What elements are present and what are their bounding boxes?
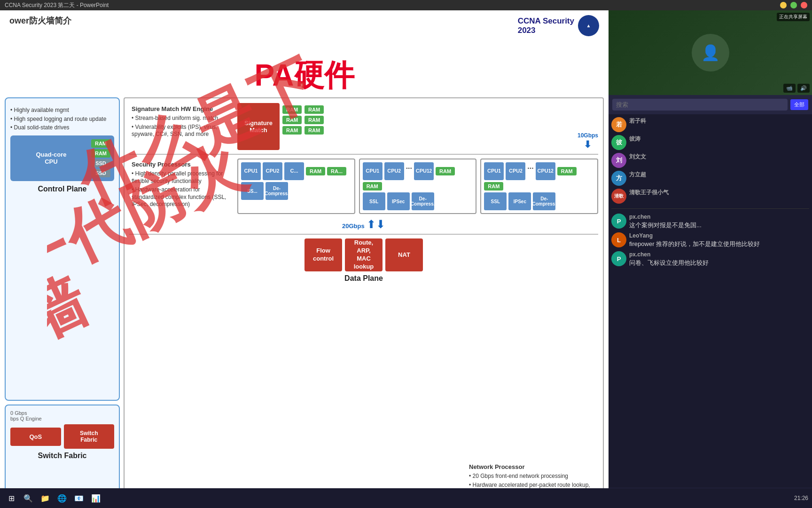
gbps-label-1: 0 Gbps xyxy=(10,410,114,416)
dp-nat: NAT xyxy=(385,238,423,271)
dp-route-arp: Route,ARP,MAClookup xyxy=(345,238,383,271)
avatar-comment-1: P xyxy=(611,214,626,229)
chat-comment-2: L LeoYang firepower 推荐的好说，加不是建立使用他比较好 xyxy=(611,232,809,248)
chat-item-1: 若 若子科 xyxy=(611,117,809,132)
switch-fabric-title: Switch Fabric xyxy=(10,452,114,460)
username-2: 彼涛 xyxy=(629,135,809,143)
email-taskbar[interactable]: 📧 xyxy=(71,491,86,506)
control-plane-title: Control Plane xyxy=(10,185,114,193)
chat-item-3: 刘 刘文文 xyxy=(611,153,809,168)
window-controls[interactable] xyxy=(780,2,807,8)
cpu-1-2: CPU2 xyxy=(263,162,282,180)
control-plane-box: Highly available mgmt High speed logging… xyxy=(5,97,120,401)
data-plane-row: Flowcontrol Route,ARP,MAClookup NAT Data… xyxy=(129,238,598,286)
gbps-10-label: 10Gbps ⬇ xyxy=(578,103,598,150)
net-proc-title: Network Processor xyxy=(469,463,601,470)
video-controls[interactable]: 📹 🔊 xyxy=(783,84,810,93)
file-explorer-taskbar[interactable]: 📁 xyxy=(38,491,53,506)
sig-match-section: Signature Match HW Engine Stream-based u… xyxy=(129,103,598,150)
cluster-1: CPU1 CPU2 C... RAM RA... SS... De-Compre… xyxy=(237,159,355,214)
cp-bullet-1: Highly available mgmt xyxy=(10,107,114,114)
chat-content-c2: LeoYang firepower 推荐的好说，加不是建立使用他比较好 xyxy=(629,232,809,248)
ppt-taskbar[interactable]: 📊 xyxy=(88,491,103,506)
right-sidebar: 👤 正在共享屏幕 📹 🔊 全部 若 若子科 彼 彼涛 刘 xyxy=(609,10,812,508)
cluster-1-bottom: SS... De-Compress. xyxy=(241,182,351,200)
maximize-button[interactable] xyxy=(790,2,797,8)
ram-col-2: RAM RAM RAM xyxy=(304,105,324,135)
data-plane-cards: Flowcontrol Route,ARP,MAClookup NAT xyxy=(129,238,598,271)
ram-col-1: RAM RAM RAM xyxy=(282,105,302,135)
sp-bullet-2: Hardware-acceleration for standardized c… xyxy=(132,186,230,208)
cluster-2-top: CPU1 CPU2 ... CPU12 RAM RAM xyxy=(363,162,473,190)
ram-sm-1: RAM xyxy=(282,105,302,114)
func-ssl-3: SSL xyxy=(484,192,507,210)
sig-match-title: Signature Match HW Engine xyxy=(132,105,230,112)
avatar-4: 方 xyxy=(611,171,626,186)
title-bar: CCNA Security 2023 第二天 - PowerPoint xyxy=(0,0,812,10)
data-plane-title: Data Plane xyxy=(129,274,598,283)
ram-badge-2: RAM xyxy=(91,149,110,158)
username-c2: LeoYang xyxy=(629,232,809,239)
cluster-3: CPU1 CPU2 ... CPU12 RAM RAM SSL IPSec De… xyxy=(480,159,598,214)
browser-taskbar[interactable]: 🌐 xyxy=(55,491,70,506)
cpu-2-1: CPU1 xyxy=(363,162,383,180)
ram-ssd-group: RAM RAM SSD SSD xyxy=(91,139,110,177)
dual-cluster-row: CPU1 CPU2 C... RAM RA... SS... De-Compre… xyxy=(237,159,598,214)
sig-match-cluster: SignatureMatch RAM RAM RAM RAM RAM RAM xyxy=(237,103,573,150)
avatar-3: 刘 xyxy=(611,153,626,168)
chat-item-4: 方 方立超 xyxy=(611,171,809,186)
cp-bullet-2: High speed logging and route update xyxy=(10,116,114,123)
func-ssl-2: SSL xyxy=(363,192,385,210)
chat-content-c3: px.chen 问卷、飞标设立使用他比较好 xyxy=(629,251,809,267)
gbps-20-label: 20Gbps xyxy=(342,222,365,230)
video-ctrl-1[interactable]: 📹 xyxy=(783,84,796,93)
avatar-comment-3: P xyxy=(611,251,626,266)
username-5: 清歌王子很小气 xyxy=(629,189,809,197)
ccna-branding-text: CCNA Security 2023 xyxy=(518,16,574,35)
minimize-button[interactable] xyxy=(780,2,787,8)
sig-match-card: SignatureMatch xyxy=(237,103,280,150)
search-taskbar[interactable]: 🔍 xyxy=(21,491,36,506)
ram-cl2-1: RAM xyxy=(436,167,455,175)
ssd-badge-1: SSD xyxy=(91,159,110,167)
chat-content-3: 刘文文 xyxy=(629,153,809,162)
full-button[interactable]: 全部 xyxy=(790,99,808,110)
cp-bullet-3: Dual solid-state drives xyxy=(10,124,114,132)
video-ctrl-2[interactable]: 🔊 xyxy=(797,84,810,93)
chat-content-2: 彼涛 xyxy=(629,135,809,144)
cpu-clusters: CPU1 CPU2 C... RAM RA... SS... De-Compre… xyxy=(237,159,598,214)
cpu-dots-3: ... xyxy=(527,162,533,180)
cluster-3-bottom: SSL IPSec De-Compress. xyxy=(484,192,594,210)
username-c3: px.chen xyxy=(629,251,809,258)
chat-content-1: 若子科 xyxy=(629,117,809,126)
ram-sm-3: RAM xyxy=(282,126,302,135)
username-c1: px.chen xyxy=(629,214,809,220)
cpu-1-1: CPU1 xyxy=(241,162,261,180)
qos-badge: QoS xyxy=(10,428,61,446)
ram-badge-1: RAM xyxy=(91,139,110,148)
avatar-comment-2: L xyxy=(611,232,626,247)
chat-item-5: 清歌 清歌王子很小气 xyxy=(611,189,809,204)
sig-bullet-2: Vulnerability exploits (IPS), virus, spy… xyxy=(132,124,230,138)
chat-comment-3: P px.chen 问卷、飞标设立使用他比较好 xyxy=(611,251,809,267)
start-button[interactable]: ⊞ xyxy=(4,491,19,506)
ram-sm-2: RAM xyxy=(282,116,302,124)
divider-2 xyxy=(129,234,598,235)
avatar-5: 清歌 xyxy=(611,189,626,204)
cluster-1-top: CPU1 CPU2 C... RAM RA... xyxy=(241,162,351,180)
username-3: 刘文文 xyxy=(629,153,809,161)
avatar-1: 若 xyxy=(611,117,626,132)
func-ipsec-2: IPSec xyxy=(387,192,410,210)
cluster-2-bottom: SSL IPSec De-Compress. xyxy=(363,192,473,210)
switch-badge: SwitchFabric xyxy=(64,424,115,449)
left-panel: Highly available mgmt High speed logging… xyxy=(5,97,120,503)
sec-proc-section: Security Processors High density paralle… xyxy=(129,159,598,214)
sec-proc-title: Security Processors xyxy=(132,161,230,168)
search-input[interactable] xyxy=(612,99,788,111)
np-bullet-1: 20 Gbps front-end network processing xyxy=(469,473,601,480)
func-ipsec-3: IPSec xyxy=(508,192,531,210)
func-decomp-3: De-Compress. xyxy=(533,192,555,210)
close-button[interactable] xyxy=(801,2,807,8)
cpu-3-2: CPU2 xyxy=(506,162,525,180)
slide-title: PA硬件 xyxy=(0,55,609,96)
